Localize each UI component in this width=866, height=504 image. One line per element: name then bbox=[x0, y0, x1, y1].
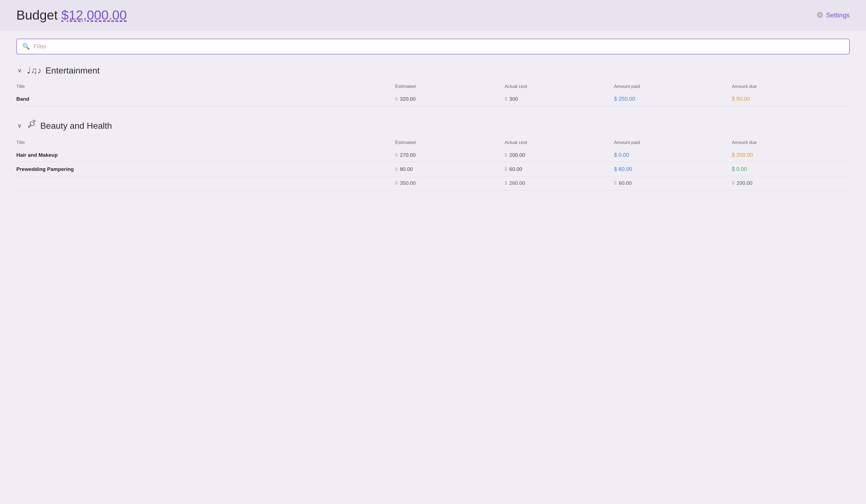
totals-actual: $ 260.00 bbox=[504, 176, 614, 190]
item-due: $ 200.00 bbox=[732, 148, 850, 162]
beauty-health-title: Beauty and Health bbox=[40, 121, 112, 131]
item-actual: $ 60.00 bbox=[504, 162, 614, 176]
col-title-header: Title bbox=[16, 137, 395, 148]
col-paid-header: Amount paid bbox=[614, 81, 732, 92]
col-due-header: Amount due bbox=[732, 81, 850, 92]
totals-due: $ 200.00 bbox=[732, 176, 850, 190]
dollar-icon: $ bbox=[504, 180, 507, 186]
item-due: $ 0.00 bbox=[732, 162, 850, 176]
dollar-icon: $ bbox=[395, 96, 398, 102]
dollar-icon: $ bbox=[504, 153, 507, 158]
table-row: Prewedding Pampering $ 80.00 $ 60.00 bbox=[16, 162, 850, 176]
table-row: Hair and Makeup $ 270.00 $ 200.00 bbox=[16, 148, 850, 162]
table-row: Band $ 320.00 $ 300 $ 250 bbox=[16, 92, 850, 106]
item-estimated: $ 270.00 bbox=[395, 148, 504, 162]
item-title: Prewedding Pampering bbox=[16, 162, 395, 176]
dollar-icon: $ bbox=[732, 180, 734, 186]
filter-wrapper: 🔍 bbox=[16, 38, 850, 54]
filter-container: 🔍 bbox=[16, 38, 850, 54]
item-title: Band bbox=[16, 92, 395, 106]
page-title: Budget $12,000.00 bbox=[16, 8, 127, 23]
totals-paid: $ 60.00 bbox=[614, 176, 732, 190]
filter-input[interactable] bbox=[33, 43, 844, 50]
gear-icon: ⚙ bbox=[817, 11, 823, 20]
entertainment-title: Entertainment bbox=[45, 66, 100, 76]
totals-title bbox=[16, 176, 395, 190]
main-content: 🔍 ∨ ♩♫♪ Entertainment Title Estimated Ac… bbox=[0, 31, 866, 212]
entertainment-icon: ♩♫♪ bbox=[27, 65, 42, 76]
beauty-health-table: Title Estimated Actual cost Amount paid … bbox=[16, 137, 850, 190]
col-estimated-header: Estimated bbox=[395, 137, 504, 148]
totals-estimated: $ 350.00 bbox=[395, 176, 504, 190]
dollar-icon: $ bbox=[614, 180, 617, 186]
beauty-health-icon bbox=[27, 120, 36, 132]
settings-label: Settings bbox=[826, 11, 850, 19]
dollar-icon: $ bbox=[504, 96, 507, 102]
item-title: Hair and Makeup bbox=[16, 148, 395, 162]
col-actual-header: Actual cost bbox=[504, 81, 614, 92]
search-icon: 🔍 bbox=[22, 43, 30, 50]
budget-amount[interactable]: $12,000.00 bbox=[61, 8, 126, 22]
dollar-icon: $ bbox=[504, 167, 507, 172]
entertainment-collapse-button[interactable]: ∨ bbox=[16, 66, 23, 75]
item-paid: $ 0.00 bbox=[614, 148, 732, 162]
item-due: $ 50.00 bbox=[732, 92, 850, 106]
beauty-health-header: ∨ Beauty and Health bbox=[16, 120, 850, 132]
beauty-health-section: ∨ Beauty and Health Title Estimated Actu… bbox=[16, 120, 850, 190]
item-estimated: $ 80.00 bbox=[395, 162, 504, 176]
item-actual: $ 200.00 bbox=[504, 148, 614, 162]
item-paid: $ 250.00 bbox=[614, 92, 732, 106]
item-actual: $ 300 bbox=[504, 92, 614, 106]
page-header: Budget $12,000.00 ⚙ Settings bbox=[0, 0, 866, 31]
col-title-header: Title bbox=[16, 81, 395, 92]
col-paid-header: Amount paid bbox=[614, 137, 732, 148]
totals-row: $ 350.00 $ 260.00 $ 60.00 bbox=[16, 176, 850, 190]
entertainment-section: ∨ ♩♫♪ Entertainment Title Estimated Actu… bbox=[16, 65, 850, 106]
item-estimated: $ 320.00 bbox=[395, 92, 504, 106]
col-due-header: Amount due bbox=[732, 137, 850, 148]
dollar-icon: $ bbox=[395, 153, 398, 158]
settings-button[interactable]: ⚙ Settings bbox=[817, 11, 850, 20]
entertainment-table: Title Estimated Actual cost Amount paid … bbox=[16, 81, 850, 106]
item-paid: $ 60.00 bbox=[614, 162, 732, 176]
entertainment-header: ∨ ♩♫♪ Entertainment bbox=[16, 65, 850, 76]
col-estimated-header: Estimated bbox=[395, 81, 504, 92]
dollar-icon: $ bbox=[395, 180, 398, 186]
beauty-health-collapse-button[interactable]: ∨ bbox=[16, 121, 23, 130]
col-actual-header: Actual cost bbox=[504, 137, 614, 148]
dollar-icon: $ bbox=[395, 167, 398, 172]
